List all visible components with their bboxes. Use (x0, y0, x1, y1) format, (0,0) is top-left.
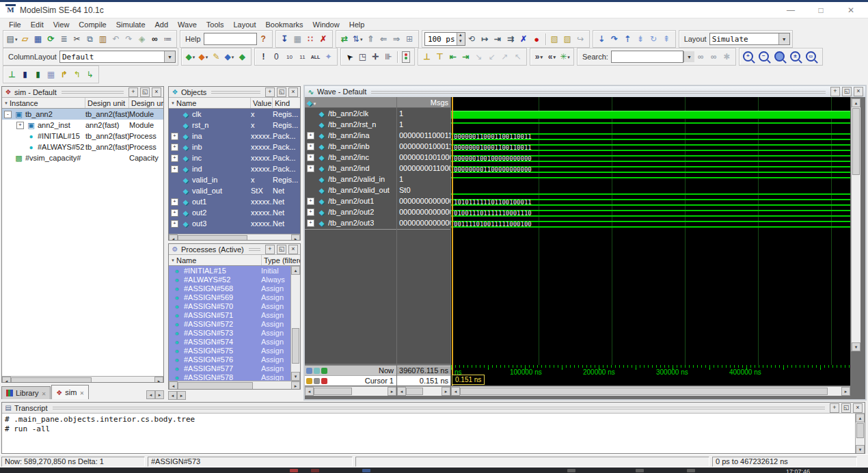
zoom-full-icon[interactable] (774, 51, 785, 62)
process-row[interactable]: #INITIAL#15 Initial (169, 266, 291, 275)
menu-item[interactable]: Wave (173, 20, 202, 29)
waveform-lane[interactable]: 000000100100000000000 (451, 153, 850, 164)
forward-icon[interactable]: ⇒ (390, 33, 403, 46)
waveform-lane[interactable] (451, 175, 850, 186)
process-row[interactable]: #ASSIGN#573 Assign (169, 328, 291, 337)
column-header-name[interactable]: Name (169, 98, 251, 108)
taskbar-app-icon[interactable] (687, 469, 695, 472)
traffic-light-icon[interactable] (402, 51, 410, 63)
copy-icon[interactable]: ⧉ (83, 33, 96, 46)
scroll-up-icon[interactable] (856, 414, 865, 422)
menu-item[interactable]: View (49, 20, 74, 29)
scroll-down-icon[interactable] (852, 342, 860, 351)
scroll-down-icon[interactable] (856, 445, 865, 454)
menu-item[interactable]: Bookmarks (261, 20, 308, 29)
tab-scroll-left-icon[interactable] (146, 390, 155, 399)
spin-down-icon[interactable] (457, 39, 465, 45)
transcript-body[interactable]: # .main_pane.objects.interior.cs.body.tr… (2, 414, 856, 454)
delete-cursor-icon[interactable] (321, 378, 327, 384)
sim-horizontal-scrollbar[interactable] (2, 376, 163, 383)
column-header-value[interactable]: Value (251, 98, 273, 108)
scroll-right-icon[interactable] (291, 381, 300, 390)
add-cursor-icon[interactable] (321, 368, 327, 374)
process-row[interactable]: #ASSIGN#569 Assign (169, 293, 291, 301)
scroll-left-icon[interactable] (169, 381, 178, 390)
expand-time-icon[interactable]: « (545, 51, 558, 64)
expander-icon[interactable] (307, 208, 314, 216)
delta-all-icon[interactable]: ↳ (83, 68, 96, 81)
search-options-icon[interactable]: ✱ (720, 51, 733, 64)
instance-tree-row[interactable]: #vsim_capacity# Capacity (2, 152, 163, 163)
wave-cursor-tag[interactable]: 0.151 ns (452, 375, 485, 385)
memory-profile-icon[interactable]: ▨ (561, 33, 574, 46)
show-readers-icon[interactable]: ▮ (31, 68, 44, 81)
wave-value-row[interactable]: 1 (397, 119, 450, 130)
scroll-right-icon[interactable] (154, 377, 163, 383)
dock-icon[interactable]: + (830, 87, 840, 96)
menu-item[interactable]: Tools (202, 20, 229, 29)
wave-value-row[interactable]: 0000000011000... (397, 163, 450, 174)
help-search-input[interactable] (204, 33, 257, 45)
expander-icon[interactable] (307, 132, 314, 139)
dock-icon[interactable]: + (830, 403, 839, 413)
process-row[interactable]: #ASSIGN#576 Assign (169, 355, 291, 364)
process-row[interactable]: #ASSIGN#572 Assign (169, 319, 291, 328)
values-horizontal-scrollbar[interactable] (397, 386, 450, 396)
scroll-up-icon[interactable] (852, 98, 860, 107)
edit-mode-icon[interactable]: ⊪ (382, 51, 395, 64)
next-transition-icon[interactable]: ⇥ (459, 51, 472, 64)
pane-grip[interactable] (53, 405, 826, 410)
waveform-lane[interactable]: 010011101111110001110 (451, 208, 850, 219)
menu-item[interactable]: Help (344, 20, 370, 29)
timeline[interactable]: ns100000 ns200000 ns300000 ns400000 ns (451, 365, 850, 386)
pane-grip[interactable] (62, 90, 124, 94)
wave-signal-row[interactable]: /tb_ann2/inc (305, 152, 396, 163)
save-icon[interactable]: ▦ (31, 33, 44, 46)
taskbar-app-icon[interactable] (311, 469, 319, 472)
scroll-left-icon[interactable] (2, 377, 11, 383)
wave-title-bar[interactable]: Wave - Default + ◱ × (305, 86, 865, 98)
taskbar-app-icon[interactable] (362, 469, 370, 472)
expander-icon[interactable] (171, 165, 178, 173)
tab-close-icon[interactable] (42, 389, 46, 397)
break-icon[interactable]: ✗ (517, 33, 530, 46)
zoom-cursor-icon[interactable]: ± (790, 51, 800, 62)
spin-up-icon[interactable] (457, 33, 465, 39)
print-icon[interactable]: ≣ (57, 33, 70, 46)
wave-signal-row[interactable]: /tb_ann2/ind (305, 163, 396, 174)
waveform-lane[interactable] (451, 120, 850, 131)
menu-item[interactable]: Add (150, 20, 174, 29)
wave-value-row[interactable]: 0000000000000... (397, 217, 450, 228)
zoom-in-icon[interactable]: + (743, 51, 753, 62)
wave-value-row[interactable]: 0000001100011... (397, 130, 450, 141)
expander-icon[interactable] (171, 209, 178, 217)
back-icon[interactable]: ⇐ (377, 33, 390, 46)
instance-tree-row[interactable]: ann2_inst ann2(fast) Module (2, 120, 163, 131)
tab-library[interactable]: Library (1, 386, 51, 399)
expander-icon[interactable] (171, 133, 178, 140)
expander-icon[interactable] (171, 198, 178, 206)
menu-item[interactable]: Edit (26, 20, 49, 29)
delete-cursor-icon[interactable]: ⊤ (433, 51, 446, 64)
object-row[interactable]: inb xxxxx... Pack... (169, 141, 300, 152)
comment-icon[interactable] (314, 368, 320, 374)
delta-collapse-icon[interactable]: ↱ (57, 68, 70, 81)
tab-scroll-right-icon[interactable] (177, 391, 186, 400)
cursor-row[interactable]: Cursor 1 (305, 375, 396, 386)
step-into-icon[interactable]: ⇣ (595, 33, 608, 46)
pan-mode-icon[interactable]: ✛ (369, 51, 382, 64)
lock-cursor-icon[interactable] (306, 378, 312, 384)
expander-icon[interactable] (171, 220, 178, 228)
waveform-lane[interactable] (451, 109, 850, 120)
column-header-type[interactable]: Type (filtere (262, 255, 300, 265)
dropdown-arrow-icon[interactable] (778, 33, 789, 44)
object-row[interactable]: valid_in x Regis... (169, 174, 300, 185)
clock-toggle-icon[interactable]: 10 (283, 51, 296, 64)
undock-icon[interactable]: ◱ (277, 87, 286, 97)
columnlayout-select[interactable]: Default (59, 51, 176, 63)
collapse-time-icon[interactable]: » (532, 51, 545, 64)
waveform-canvas[interactable]: 000000110001100110011 000000010001100110… (451, 97, 850, 386)
undock-icon[interactable]: ◱ (277, 245, 286, 254)
expander-icon[interactable] (307, 143, 314, 150)
expander-icon[interactable] (307, 198, 314, 205)
